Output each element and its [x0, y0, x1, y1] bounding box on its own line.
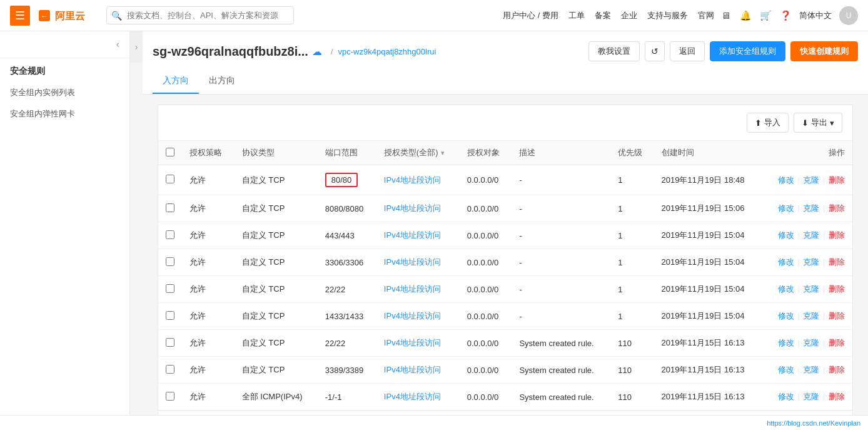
cell-port: 22/22 — [318, 330, 376, 357]
cell-actions: 修改 | 克隆 | 删除 — [762, 384, 852, 411]
delete-action[interactable]: 删除 — [829, 230, 845, 240]
row-checkbox[interactable] — [166, 230, 174, 239]
th-description: 描述 — [512, 141, 610, 165]
add-rule-button[interactable]: 添加安全组规则 — [710, 41, 785, 61]
cell-port: 3389/3389 — [318, 357, 376, 384]
monitor-icon[interactable]: 🖥 — [719, 9, 732, 22]
delete-action[interactable]: 删除 — [829, 338, 845, 347]
select-all-checkbox[interactable] — [166, 148, 174, 156]
refresh-button[interactable]: ↺ — [645, 41, 665, 61]
cell-policy: 允许 — [182, 330, 235, 357]
nav-enterprise[interactable]: 企业 — [621, 10, 637, 21]
row-checkbox[interactable] — [166, 284, 174, 293]
cell-protocol: 自定义 TCP — [235, 357, 318, 384]
nav-user-center[interactable]: 用户中心 / 费用 — [503, 10, 558, 21]
row-checkbox[interactable] — [166, 311, 174, 320]
cell-created-time: 2019年11月19日 15:04 — [654, 303, 762, 330]
import-button[interactable]: ⬆ 导入 — [747, 113, 789, 133]
upload-icon: ⬆ — [755, 118, 762, 128]
modify-action[interactable]: 修改 — [778, 175, 794, 185]
cell-auth-target: 0.0.0.0/0 — [460, 222, 512, 249]
collapse-button[interactable]: ‹ — [116, 39, 119, 50]
return-button[interactable]: 返回 — [670, 41, 705, 61]
modify-action[interactable]: 修改 — [778, 203, 794, 213]
cell-auth-target: 0.0.0.0/0 — [460, 249, 512, 276]
clone-action[interactable]: 克隆 — [803, 257, 819, 267]
export-button[interactable]: ⬇ 导出 ▾ — [794, 113, 842, 133]
cell-actions: 修改 | 克隆 | 删除 — [762, 195, 852, 222]
clone-action[interactable]: 克隆 — [803, 365, 819, 374]
action-separator: | — [820, 230, 827, 240]
row-checkbox[interactable] — [166, 365, 174, 374]
sidebar-item-eni[interactable]: 安全组内弹性网卡 — [0, 103, 129, 125]
bell-icon[interactable]: 🔔 — [739, 9, 752, 22]
cell-priority: 110 — [610, 330, 654, 357]
clone-action[interactable]: 克隆 — [803, 284, 819, 294]
modify-action[interactable]: 修改 — [778, 338, 794, 347]
cell-auth-type: IPv4地址段访问 — [376, 303, 460, 330]
row-checkbox[interactable] — [166, 257, 174, 266]
cell-auth-target: 0.0.0.0/0 — [460, 303, 512, 330]
modify-action[interactable]: 修改 — [778, 284, 794, 294]
clone-action[interactable]: 克隆 — [803, 311, 819, 320]
modify-action[interactable]: 修改 — [778, 257, 794, 267]
cell-policy: 允许 — [182, 222, 235, 249]
rules-table: 授权策略 协议类型 端口范围 授权类型(全部) ▾ 授权对象 描述 优先级 创建 — [158, 141, 852, 411]
delete-action[interactable]: 删除 — [829, 392, 845, 401]
layout: ‹ 安全规则 安全组内实例列表 安全组内弹性网卡 › sg-wz96qralna… — [0, 31, 868, 415]
sidebar-item-instances[interactable]: 安全组内实例列表 — [0, 82, 129, 103]
table-row: 允许自定义 TCP443/443IPv4地址段访问0.0.0.0/0-12019… — [158, 222, 852, 249]
action-separator: | — [795, 230, 802, 240]
cell-port: 443/443 — [318, 222, 376, 249]
sidebar-toggle-arrow[interactable]: › — [130, 31, 143, 63]
menu-icon[interactable]: ☰ — [10, 6, 30, 26]
clone-action[interactable]: 克隆 — [803, 230, 819, 240]
cell-auth-target: 0.0.0.0/0 — [460, 357, 512, 384]
clone-action[interactable]: 克隆 — [803, 338, 819, 347]
clone-action[interactable]: 克隆 — [803, 175, 819, 185]
action-separator: | — [820, 175, 827, 185]
nav-support[interactable]: 支持与服务 — [647, 10, 688, 21]
cell-created-time: 2019年11月15日 16:13 — [654, 357, 762, 384]
delete-action[interactable]: 删除 — [829, 175, 845, 185]
delete-action[interactable]: 删除 — [829, 257, 845, 267]
clone-action[interactable]: 克隆 — [803, 392, 819, 401]
modify-action[interactable]: 修改 — [778, 230, 794, 240]
status-bar: https://blog.csdn.net/Kevinplan — [0, 415, 868, 430]
cell-protocol: 自定义 TCP — [235, 195, 318, 222]
row-checkbox[interactable] — [166, 392, 174, 401]
modify-action[interactable]: 修改 — [778, 365, 794, 374]
row-checkbox[interactable] — [166, 203, 174, 212]
tab-outbound[interactable]: 出方向 — [199, 69, 245, 94]
cell-policy: 允许 — [182, 276, 235, 303]
cell-description: - — [512, 276, 610, 303]
delete-action[interactable]: 删除 — [829, 311, 845, 320]
table-row: 允许自定义 TCP22/22IPv4地址段访问0.0.0.0/0System c… — [158, 330, 852, 357]
avatar[interactable]: U — [839, 6, 858, 25]
th-auth-target: 授权对象 — [460, 141, 512, 165]
modify-action[interactable]: 修改 — [778, 392, 794, 401]
language-selector[interactable]: 简体中文 — [799, 10, 832, 21]
delete-action[interactable]: 删除 — [829, 203, 845, 213]
clone-action[interactable]: 克隆 — [803, 203, 819, 213]
nav-ticket[interactable]: 工单 — [568, 10, 585, 21]
th-auth-type[interactable]: 授权类型(全部) ▾ — [376, 141, 460, 165]
filter-icon[interactable]: ▾ — [441, 149, 445, 157]
modify-action[interactable]: 修改 — [778, 311, 794, 320]
row-checkbox[interactable] — [166, 338, 174, 347]
row-checkbox[interactable] — [166, 175, 174, 183]
teach-me-button[interactable]: 教我设置 — [588, 41, 640, 61]
breadcrumb-link[interactable]: vpc-wz9k4pqatj8zhhg00lrui — [338, 47, 437, 56]
help-icon[interactable]: ❓ — [779, 9, 792, 22]
cell-auth-target: 0.0.0.0/0 — [460, 330, 512, 357]
nav-official[interactable]: 官网 — [698, 10, 714, 21]
delete-action[interactable]: 删除 — [829, 365, 845, 374]
action-separator: | — [820, 203, 827, 213]
quick-create-button[interactable]: 快速创建规则 — [790, 41, 858, 61]
tab-inbound[interactable]: 入方向 — [153, 69, 199, 94]
search-input[interactable] — [106, 6, 294, 24]
cell-port: 22/22 — [318, 276, 376, 303]
delete-action[interactable]: 删除 — [829, 284, 845, 294]
cart-icon[interactable]: 🛒 — [759, 9, 772, 22]
nav-filing[interactable]: 备案 — [595, 10, 611, 21]
